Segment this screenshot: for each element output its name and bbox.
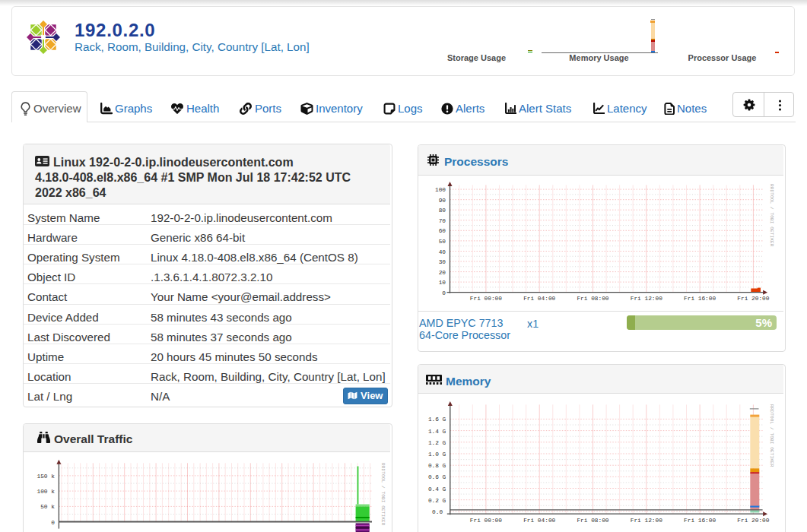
- svg-text:100: 100: [435, 187, 446, 193]
- svg-text:Fri 12:00: Fri 12:00: [631, 518, 662, 524]
- svg-text:40: 40: [439, 249, 446, 255]
- svg-text:Fri 16:00: Fri 16:00: [684, 518, 716, 524]
- svg-text:Fri 20:00: Fri 20:00: [737, 518, 769, 524]
- svg-text:150 k: 150 k: [37, 473, 55, 480]
- svg-text:10: 10: [439, 280, 446, 286]
- svg-text:100 k: 100 k: [37, 489, 55, 495]
- svg-text:Fri 20:00: Fri 20:00: [737, 296, 769, 302]
- svg-text:Fri 00:00: Fri 00:00: [470, 518, 502, 524]
- svg-text:90: 90: [439, 198, 446, 204]
- svg-text:60: 60: [439, 228, 446, 234]
- svg-text:Fri 16:00: Fri 16:00: [684, 296, 716, 302]
- svg-text:1.4 G: 1.4 G: [428, 429, 446, 435]
- svg-text:20: 20: [439, 270, 446, 276]
- svg-text:RRDTOOL / TOBI OETIKER: RRDTOOL / TOBI OETIKER: [769, 184, 774, 247]
- svg-text:Fri 04:00: Fri 04:00: [523, 296, 555, 302]
- svg-text:70: 70: [439, 218, 446, 224]
- svg-text:0.4 G: 0.4 G: [428, 486, 446, 492]
- svg-text:0.6 G: 0.6 G: [428, 474, 446, 480]
- svg-text:Fri 00:00: Fri 00:00: [470, 296, 502, 302]
- svg-text:1.2 G: 1.2 G: [428, 440, 446, 446]
- svg-text:1.0 G: 1.0 G: [428, 451, 446, 458]
- svg-text:Fri 04:00: Fri 04:00: [523, 518, 555, 524]
- svg-text:1.6 G: 1.6 G: [428, 416, 446, 423]
- svg-text:50: 50: [439, 239, 446, 245]
- svg-text:RRDTOOL / TOBI OETIKER: RRDTOOL / TOBI OETIKER: [380, 463, 386, 526]
- svg-text:80: 80: [439, 207, 446, 214]
- svg-text:0.2 G: 0.2 G: [428, 498, 446, 504]
- svg-text:Fri 08:00: Fri 08:00: [577, 296, 608, 302]
- svg-text:50 k: 50 k: [40, 504, 55, 510]
- svg-text:30: 30: [439, 259, 446, 265]
- svg-text:0: 0: [51, 520, 55, 526]
- svg-text:0.0: 0.0: [432, 509, 443, 515]
- svg-text:Fri 12:00: Fri 12:00: [631, 296, 662, 302]
- svg-text:RRDTOOL / TOBI OETIKER: RRDTOOL / TOBI OETIKER: [769, 404, 774, 467]
- svg-text:0.8 G: 0.8 G: [428, 463, 446, 469]
- svg-text:0: 0: [442, 290, 446, 296]
- svg-text:Fri 08:00: Fri 08:00: [577, 518, 608, 524]
